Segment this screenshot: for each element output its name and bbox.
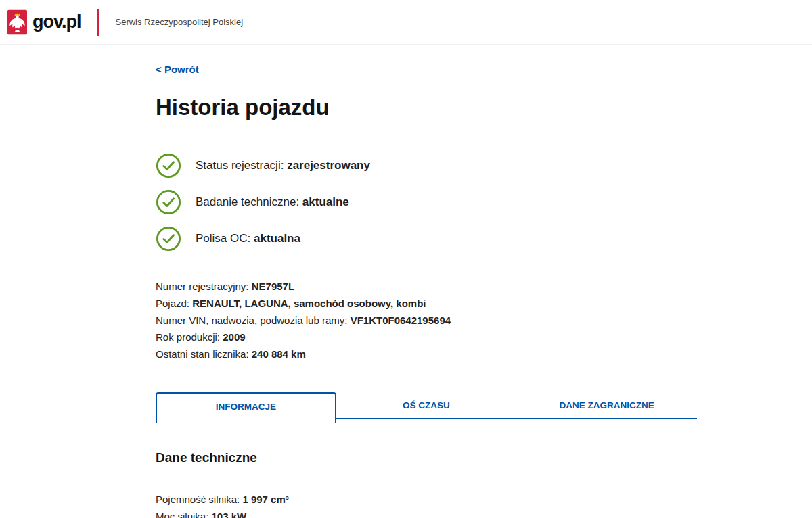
detail-row-vehicle: Pojazd: RENAULT, LAGUNA, samochód osobow… — [156, 295, 697, 312]
govpl-logo[interactable]: gov.pl — [7, 9, 81, 35]
tech-row-engine-capacity: Pojemność silnika: 1 997 cm³ — [156, 491, 697, 508]
detail-label: Ostatni stan licznika: — [156, 348, 249, 360]
site-header: gov.pl Serwis Rzeczypospolitej Polskiej — [0, 0, 812, 45]
status-value: zarejestrowany — [287, 159, 370, 172]
detail-row-registration-number: Numer rejestracyjny: NE7957L — [156, 278, 697, 295]
detail-label: Numer rejestracyjny: — [156, 281, 249, 292]
technical-data: Pojemność silnika: 1 997 cm³ Moc silnika… — [156, 491, 697, 518]
detail-row-odometer: Ostatni stan licznika: 240 884 km — [156, 346, 697, 362]
section-title: Dane techniczne — [156, 450, 697, 465]
detail-value: VF1KT0F0642195694 — [351, 314, 451, 326]
detail-value: NE7957L — [252, 281, 294, 292]
detail-value: RENAULT, LAGUNA, samochód osobowy, kombi — [192, 298, 426, 309]
tech-label: Pojemność silnika: — [156, 494, 240, 505]
tech-value: 103 kW — [212, 511, 247, 518]
status-row-insurance: Polisa OC: aktualna — [156, 226, 697, 252]
status-row-registration: Status rejestracji: zarejestrowany — [156, 153, 697, 179]
status-label: Status rejestracji: — [196, 159, 284, 172]
status-label: Badanie techniczne: — [196, 195, 299, 208]
tab-bar: INFORMACJE OŚ CZASU DANE ZAGRANICZNE — [156, 392, 697, 423]
header-tagline: Serwis Rzeczypospolitej Polskiej — [116, 17, 244, 27]
vehicle-details: Numer rejestracyjny: NE7957L Pojazd: REN… — [156, 278, 697, 362]
detail-value: 240 884 km — [252, 348, 306, 360]
tech-value: 1 997 cm³ — [242, 494, 288, 505]
detail-label: Rok produkcji: — [156, 331, 220, 343]
check-circle-icon — [156, 226, 181, 252]
brand-text: gov.pl — [32, 11, 81, 32]
tech-label: Moc silnika: — [156, 511, 208, 518]
status-value: aktualne — [302, 195, 349, 208]
detail-label: Pojazd: — [156, 298, 189, 309]
detail-row-vin: Numer VIN, nadwozia, podwozia lub ramy: … — [156, 312, 697, 329]
detail-label: Numer VIN, nadwozia, podwozia lub ramy: — [156, 314, 347, 326]
status-text: Badanie techniczne: aktualne — [196, 195, 349, 209]
header-red-divider — [97, 9, 99, 36]
tab-informacje[interactable]: INFORMACJE — [156, 392, 336, 423]
back-link[interactable]: < Powrót — [156, 64, 199, 75]
main-content: < Powrót Historia pojazdu Status rejestr… — [156, 45, 697, 518]
status-list: Status rejestracji: zarejestrowany Badan… — [156, 153, 697, 252]
polish-eagle-icon — [7, 9, 27, 35]
status-text: Polisa OC: aktualna — [196, 232, 300, 245]
tab-os-czasu[interactable]: OŚ CZASU — [336, 392, 517, 419]
detail-row-production-year: Rok produkcji: 2009 — [156, 329, 697, 346]
tab-dane-zagraniczne[interactable]: DANE ZAGRANICZNE — [516, 392, 697, 419]
status-value: aktualna — [254, 232, 300, 245]
tech-row-engine-power: Moc silnika: 103 kW — [156, 508, 697, 518]
status-row-inspection: Badanie techniczne: aktualne — [156, 189, 697, 215]
page-title: Historia pojazdu — [156, 95, 697, 120]
check-circle-icon — [156, 189, 181, 215]
status-label: Polisa OC: — [196, 232, 250, 245]
check-circle-icon — [156, 153, 181, 179]
detail-value: 2009 — [223, 331, 245, 343]
status-text: Status rejestracji: zarejestrowany — [196, 159, 370, 172]
